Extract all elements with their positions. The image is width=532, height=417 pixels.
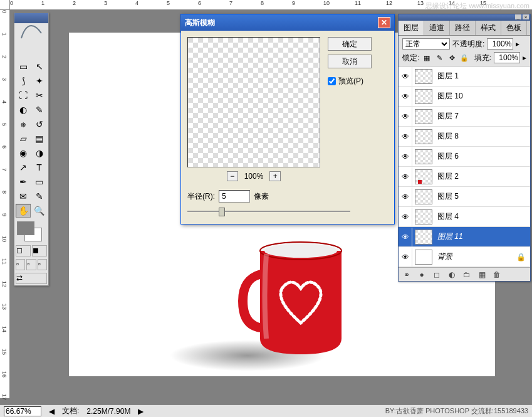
layer-thumbnail[interactable] [415, 209, 432, 224]
scroll-left-icon[interactable]: ◀ [49, 407, 55, 416]
marquee-tool[interactable]: ▭ [16, 60, 31, 73]
zoom-input[interactable] [4, 406, 41, 416]
slice-tool[interactable]: ✂ [32, 88, 47, 102]
link-layers-icon[interactable]: ⚭ [401, 270, 412, 280]
stamp-tool[interactable]: ⎈ [16, 117, 31, 131]
visibility-icon[interactable]: 👁 [399, 167, 412, 186]
fill-arrow-icon[interactable]: ▸ [523, 53, 526, 62]
layer-row[interactable]: 👁图层 1 [399, 66, 530, 87]
layer-row[interactable]: 👁图层 10 [399, 87, 530, 107]
brush-tool[interactable]: ✎ [32, 103, 47, 117]
layer-row[interactable]: 👁图层 8 [399, 127, 530, 147]
visibility-icon[interactable]: 👁 [399, 248, 412, 267]
slider-thumb[interactable] [219, 208, 225, 216]
toolbox-header[interactable] [14, 13, 48, 23]
blur-tool[interactable]: ◉ [16, 146, 31, 160]
layer-thumbnail[interactable] [415, 189, 432, 204]
layer-thumbnail[interactable] [415, 89, 432, 104]
lock-transparency-icon[interactable]: ▦ [422, 53, 432, 63]
tab-swatches[interactable]: 色板 [501, 21, 527, 35]
tab-styles[interactable]: 样式 [476, 21, 501, 35]
eraser-tool[interactable]: ▱ [16, 132, 31, 145]
zoom-tool[interactable]: 🔍 [32, 204, 47, 218]
healing-tool[interactable]: ◐ [16, 103, 31, 117]
lock-position-icon[interactable]: ✥ [447, 53, 457, 63]
screen-mode-1[interactable]: ▫ [16, 259, 25, 270]
lock-all-icon[interactable]: 🔒 [459, 53, 469, 63]
blend-mode-select[interactable]: 正常 [402, 38, 450, 50]
tab-channels[interactable]: 通道 [424, 21, 450, 35]
layer-row[interactable]: 👁图层 7 [399, 107, 530, 127]
preview-image[interactable] [187, 37, 320, 167]
radius-slider[interactable] [187, 205, 350, 218]
fill-input[interactable] [494, 52, 520, 63]
type-tool[interactable]: T [32, 161, 47, 174]
visibility-icon[interactable]: 👁 [399, 127, 412, 146]
layer-row[interactable]: 👁图层 6 [399, 147, 530, 167]
path-select-tool[interactable]: ↗ [16, 161, 31, 174]
visibility-icon[interactable]: 👁 [399, 187, 412, 206]
history-brush-tool[interactable]: ↺ [32, 117, 47, 131]
layer-thumbnail[interactable] [415, 129, 432, 144]
new-layer-icon[interactable]: ▦ [476, 270, 488, 280]
opacity-input[interactable] [487, 38, 513, 50]
ruler-tick: 0 [10, 0, 13, 6]
screen-mode-2[interactable]: ▫ [26, 259, 36, 270]
layer-style-icon[interactable]: ● [416, 270, 427, 280]
layer-thumbnail[interactable] [415, 169, 432, 184]
delete-layer-icon[interactable]: 🗑 [491, 270, 503, 280]
layer-row[interactable]: 👁图层 2 [399, 167, 530, 187]
panel-titlebar[interactable]: _ × [399, 14, 530, 21]
notes-tool[interactable]: ✉ [16, 189, 31, 203]
layer-row[interactable]: 👁图层 5 [399, 187, 530, 207]
layer-thumbnail[interactable] [415, 149, 432, 164]
ok-button[interactable]: 确定 [328, 37, 372, 51]
close-icon[interactable]: ✕ [378, 17, 390, 28]
screen-mode-3[interactable]: ▫ [38, 259, 47, 270]
adjustment-layer-icon[interactable]: ◐ [446, 270, 457, 280]
visibility-icon[interactable]: 👁 [399, 67, 412, 86]
panel-close-icon[interactable]: × [523, 14, 529, 19]
tab-paths[interactable]: 路径 [450, 21, 476, 35]
layer-thumbnail[interactable] [415, 250, 432, 265]
layer-thumbnail[interactable] [415, 230, 432, 245]
layer-row[interactable]: 👁背景🔒 [399, 247, 530, 267]
magic-wand-tool[interactable]: ✦ [32, 74, 47, 88]
lock-paint-icon[interactable]: ✎ [434, 53, 444, 63]
dodge-tool[interactable]: ◑ [32, 146, 47, 160]
radius-input[interactable] [219, 190, 250, 203]
crop-tool[interactable]: ⛶ [16, 88, 31, 102]
dialog-titlebar[interactable]: 高斯模糊 ✕ [181, 14, 394, 31]
layer-mask-icon[interactable]: ◻ [431, 270, 442, 280]
tab-layers[interactable]: 图层 [399, 21, 424, 35]
cancel-button[interactable]: 取消 [328, 55, 372, 68]
zoom-in-button[interactable]: + [269, 171, 281, 181]
pen-tool[interactable]: ✒ [16, 175, 31, 189]
layer-thumbnail[interactable] [415, 69, 432, 84]
jump-to-button[interactable]: ⇄ [16, 273, 47, 284]
quickmask-mode[interactable]: ◼ [32, 245, 47, 256]
visibility-icon[interactable]: 👁 [399, 208, 412, 226]
shape-tool[interactable]: ▭ [32, 175, 47, 189]
standard-mode[interactable]: ◻ [16, 245, 31, 256]
layer-thumbnail[interactable] [415, 109, 432, 124]
doc-menu-icon[interactable]: ▶ [138, 407, 143, 416]
zoom-out-button[interactable]: − [227, 171, 238, 181]
opacity-arrow-icon[interactable]: ▸ [516, 40, 519, 48]
visibility-icon[interactable]: 👁 [399, 87, 412, 106]
lasso-tool[interactable]: ⟆ [16, 74, 31, 88]
preview-checkbox[interactable] [328, 77, 336, 85]
visibility-icon[interactable]: 👁 [399, 228, 412, 246]
panel-minimize-icon[interactable]: _ [515, 14, 521, 19]
foreground-color[interactable] [17, 221, 34, 235]
gradient-tool[interactable]: ▤ [32, 132, 47, 145]
visibility-icon[interactable]: 👁 [399, 107, 412, 126]
move-tool[interactable]: ↖ [32, 60, 47, 73]
hand-tool[interactable]: ✋ [16, 204, 31, 218]
layer-row[interactable]: 👁图层 4 [399, 207, 530, 227]
group-icon[interactable]: 🗀 [461, 270, 472, 280]
preview-checkbox-row[interactable]: 预览(P) [328, 76, 372, 87]
layer-row[interactable]: 👁图层 11 [399, 227, 530, 247]
eyedropper-tool[interactable]: ✎ [32, 189, 47, 203]
visibility-icon[interactable]: 👁 [399, 147, 412, 166]
